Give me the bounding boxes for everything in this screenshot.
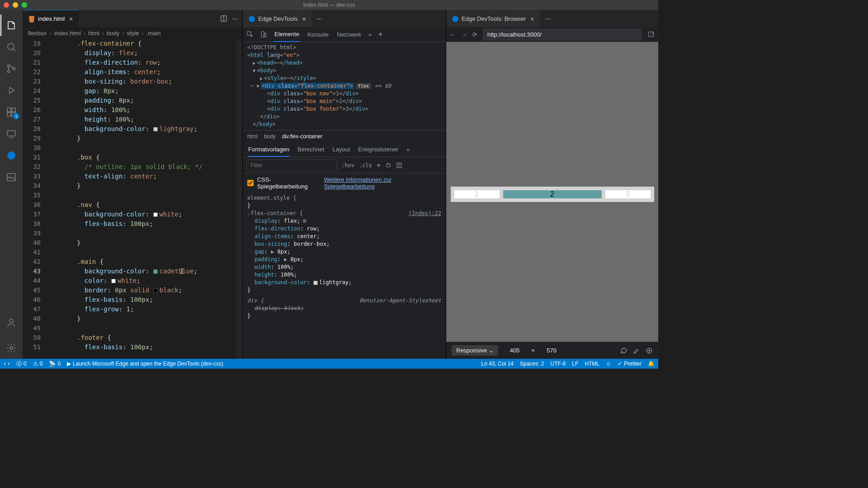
account-icon[interactable] [0,312,22,333]
window-title: index.html — dev-css [303,2,355,8]
feedback-icon[interactable]: ☺ [606,361,611,367]
cls-toggle[interactable]: .cls [359,162,372,169]
eol[interactable]: LF [572,361,578,367]
close-icon[interactable]: × [69,15,73,23]
forward-icon[interactable]: → [461,31,467,38]
split-editor-icon[interactable] [220,15,227,22]
back-icon[interactable]: ← [450,31,456,38]
image-icon[interactable] [0,166,22,188]
titlebar: index.html — dev-css [0,0,658,10]
remote-indicator[interactable] [4,361,10,367]
more-icon[interactable]: ⋯ [316,15,322,22]
svg-rect-19 [397,163,402,168]
target-icon[interactable] [646,347,653,354]
launch-edge-button[interactable]: ▶ Launch Microsoft Edge and open the Edg… [67,361,223,367]
dom-tree[interactable]: <!DOCTYPE html> <html lang="en"> ▶<head>… [243,42,446,130]
minimize-window[interactable] [13,2,18,8]
svg-point-0 [8,43,14,50]
rendered-flex-container: 1 2 3 [451,187,654,202]
responsive-dropdown[interactable]: Responsive ⌄ [452,345,498,356]
subtab-computed[interactable]: Berechnet [297,146,324,153]
svg-rect-6 [7,113,11,116]
edge-tools-icon[interactable] [0,145,22,166]
svg-point-2 [8,70,10,73]
subtab-styles[interactable]: Formatvorlagen [248,146,289,157]
subtab-listeners[interactable]: Ereignislistener [358,146,398,153]
viewport-height-input[interactable] [540,347,563,354]
run-debug-icon[interactable] [0,80,22,101]
errors-count[interactable]: ⓧ 0 [16,360,27,368]
svg-point-20 [452,16,458,22]
more-icon[interactable]: ⋯ [545,15,551,22]
extensions-icon[interactable]: 1 [0,101,22,123]
encoding[interactable]: UTF-8 [550,361,566,367]
inspect-icon[interactable] [246,31,254,38]
open-external-icon[interactable] [647,31,655,38]
viewport-width-input[interactable] [504,347,526,354]
styles-pane[interactable]: element.style { } .flex-container {(Inde… [243,192,446,359]
svg-point-1 [8,65,10,67]
more-tabs-icon[interactable]: » [368,31,372,38]
remote-icon[interactable] [0,123,22,145]
code-editor[interactable]: 1920212223242526272829303132333435363738… [23,39,242,359]
notifications-icon[interactable]: 🔔 [648,361,655,367]
flex-overlay-icon[interactable] [396,162,402,169]
color-picker-icon[interactable] [633,347,640,354]
prettier-status[interactable]: ✓ Prettier [618,361,642,367]
language-mode[interactable]: HTML [585,361,599,367]
breadcrumb[interactable]: flexbox›index.html›html›body›style›.main [23,27,242,39]
rotate-icon[interactable] [620,347,627,354]
css-mirror-row: CSS-Spiegelbearbeitung Weitere Informati… [243,174,446,192]
svg-point-3 [13,68,15,70]
reload-icon[interactable]: ⟳ [472,31,477,38]
minimap[interactable] [236,39,242,359]
devtools-toolbar: Elemente Konsole Netzwerk » + [243,27,446,42]
close-icon[interactable]: × [530,15,534,23]
rendered-box-main: 2 [503,190,602,198]
tab-elements[interactable]: Elemente [274,27,300,42]
browser-viewport[interactable]: 1 2 3 [446,42,658,342]
hov-toggle[interactable]: :hov [341,162,354,169]
tab-edge-devtools[interactable]: Edge DevTools × [243,10,312,27]
extensions-badge: 1 [13,113,19,119]
editor-tabbar: index.html × ⋯ [23,10,242,27]
dom-breadcrumb[interactable]: html body div.flex-container [243,130,446,142]
mirror-info-link[interactable]: Weitere Informationen zur Spiegelbearbei… [324,176,441,190]
tab-network[interactable]: Netzwerk [336,28,362,42]
add-tab-icon[interactable]: + [378,30,383,39]
cursor-position[interactable]: Ln 43, Col 14 [481,361,514,367]
tab-console[interactable]: Konsole [307,28,330,42]
svg-point-14 [249,16,255,22]
search-icon[interactable] [0,36,22,58]
explorer-icon[interactable] [0,14,22,36]
new-rule-icon[interactable]: + [377,161,381,169]
svg-point-12 [10,347,13,349]
svg-rect-4 [7,108,11,112]
editor-actions: ⋯ [216,10,242,27]
statusbar: ⓧ 0 ⚠ 0 📡 0 ▶ Launch Microsoft Edge and … [0,359,658,369]
activity-bar: 1 [0,10,23,359]
edge-icon [452,15,459,23]
edge-icon [248,15,255,23]
subtab-layout[interactable]: Layout [332,146,350,153]
ports-count[interactable]: 📡 0 [49,361,61,367]
tab-edge-browser[interactable]: Edge DevTools: Browser × [446,10,540,27]
device-icon[interactable] [260,31,267,38]
more-subtabs-icon[interactable]: » [406,146,410,153]
window-controls[interactable] [4,2,27,8]
mirror-checkbox[interactable] [247,180,254,186]
tab-index-html[interactable]: index.html × [23,10,79,27]
settings-icon[interactable] [0,337,22,359]
close-icon[interactable]: × [302,15,306,23]
browser-panel: Edge DevTools: Browser × ⋯ ← → ⟳ 1 2 3 R… [446,10,658,359]
more-icon[interactable]: ⋯ [232,15,238,22]
indentation[interactable]: Spaces: 2 [520,361,544,367]
styles-filter-input[interactable] [246,160,337,171]
url-input[interactable] [483,28,642,41]
svg-rect-8 [7,131,15,136]
close-window[interactable] [4,2,9,8]
source-control-icon[interactable] [0,58,22,80]
maximize-window[interactable] [22,2,27,8]
warnings-count[interactable]: ⚠ 0 [33,361,43,367]
print-icon[interactable] [385,162,392,169]
